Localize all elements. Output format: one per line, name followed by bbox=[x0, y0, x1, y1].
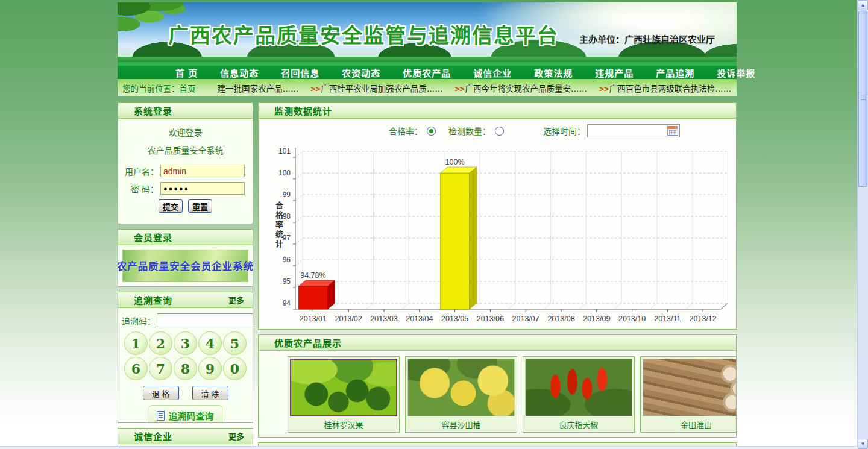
svg-text:100: 100 bbox=[278, 169, 291, 177]
nav-item-10[interactable]: 投诉举报 bbox=[717, 66, 755, 79]
trace-code-input[interactable] bbox=[157, 313, 253, 327]
svg-text:2013/10: 2013/10 bbox=[618, 315, 646, 323]
calendar-icon[interactable] bbox=[667, 126, 678, 136]
svg-text:2013/08: 2013/08 bbox=[547, 315, 574, 323]
keypad-key-4[interactable]: 4 bbox=[198, 331, 222, 355]
trace-query-more-link[interactable]: 更多 bbox=[228, 294, 244, 306]
svg-text:99: 99 bbox=[283, 190, 291, 199]
clear-button[interactable]: 清 除 bbox=[192, 386, 228, 400]
product-image-chili bbox=[525, 359, 632, 416]
password-field[interactable] bbox=[160, 182, 245, 195]
system-login-header: 系统登录 bbox=[118, 103, 253, 119]
svg-text:2013/03: 2013/03 bbox=[370, 315, 397, 323]
test-count-radio[interactable] bbox=[495, 127, 504, 136]
keypad-key-6[interactable]: 6 bbox=[124, 357, 148, 380]
date-input[interactable] bbox=[588, 125, 668, 137]
product-name: 容县沙田柚 bbox=[407, 418, 515, 430]
keypad-key-7[interactable]: 7 bbox=[149, 357, 172, 380]
system-login-panel: 系统登录 欢迎登录 农产品质量安全系统 用户名： 密 码： bbox=[118, 102, 253, 224]
product-image-yam bbox=[643, 359, 737, 416]
svg-text:2013/09: 2013/09 bbox=[583, 315, 610, 323]
site-title: 广西农产品质量安全监管与追溯信息平台 bbox=[168, 19, 559, 49]
keypad-key-3[interactable]: 3 bbox=[174, 331, 197, 355]
login-buttons-row: 提交 重置 bbox=[118, 199, 253, 213]
submit-button[interactable]: 提交 bbox=[159, 199, 183, 213]
nav-item-6[interactable]: 诚信企业 bbox=[473, 66, 512, 79]
member-login-header: 会员登录 bbox=[118, 230, 253, 245]
svg-text:100%: 100% bbox=[445, 158, 465, 166]
main-column: 监测数据统计 合格率： 检测数量： 选择时间： 合格 bbox=[258, 102, 737, 448]
trace-code-row: 追溯码： bbox=[118, 308, 253, 328]
monitor-chart: 9495969798991001012013/012013/022013/032… bbox=[262, 142, 737, 327]
svg-text:95: 95 bbox=[283, 277, 291, 286]
site-banner: 广西农产品质量安全监管与追溯信息平台 主办单位：广西壮族自治区农业厅 bbox=[118, 2, 737, 62]
trace-keypad: 1234567890 bbox=[118, 328, 253, 380]
nav-item-1[interactable]: 首 页 bbox=[175, 66, 198, 79]
ticker-news-item[interactable]: 建一批国家农产品…… bbox=[218, 82, 299, 94]
svg-text:2013/04: 2013/04 bbox=[406, 315, 433, 323]
nav-item-7[interactable]: 政策法规 bbox=[534, 66, 573, 79]
keypad-key-8[interactable]: 8 bbox=[174, 357, 197, 380]
trace-code-query-button[interactable]: 追溯码查询 bbox=[149, 405, 222, 423]
ticker-news-item[interactable]: >>广西百色市县两级联合执法检…… bbox=[599, 82, 731, 94]
nav-item-8[interactable]: 违规产品 bbox=[595, 66, 634, 79]
scroll-up-button[interactable]: ▲ bbox=[858, 0, 868, 10]
password-label: 密 码： bbox=[131, 183, 159, 195]
nav-item-2[interactable]: 信息动态 bbox=[220, 66, 259, 79]
scrollbar-thumb[interactable] bbox=[858, 11, 867, 187]
username-label: 用户名： bbox=[125, 165, 159, 177]
site-organizer: 主办单位：广西壮族自治区农业厅 bbox=[579, 33, 715, 45]
nav-item-3[interactable]: 召回信息 bbox=[281, 66, 319, 79]
ticker-news-item[interactable]: >>广西桂平农业局加强农产品质…… bbox=[311, 82, 443, 94]
product-list: 桂林罗汉果容县沙田柚良庆指天椒金田淮山 bbox=[259, 351, 736, 433]
product-card-1[interactable]: 桂林罗汉果 bbox=[288, 356, 400, 433]
keypad-key-0[interactable]: 0 bbox=[223, 357, 247, 380]
honest-enterprise-title: 诚信企业 bbox=[134, 430, 172, 442]
trace-code-label: 追溯码： bbox=[122, 315, 156, 327]
nav-item-4[interactable]: 农资动态 bbox=[342, 66, 380, 79]
page-content: 广西农产品质量安全监管与追溯信息平台 主办单位：广西壮族自治区农业厅 首 页信息… bbox=[118, 0, 737, 449]
product-image-luohanguo bbox=[290, 359, 397, 416]
sidebar: 系统登录 欢迎登录 农产品质量安全系统 用户名： 密 码： bbox=[118, 102, 253, 449]
svg-text:94: 94 bbox=[283, 299, 291, 307]
member-system-banner[interactable]: 农产品质量安全会员企业系统 bbox=[122, 250, 248, 282]
product-card-2[interactable]: 容县沙田柚 bbox=[405, 356, 517, 433]
nav-item-9[interactable]: 产品追溯 bbox=[656, 66, 694, 79]
backspace-button[interactable]: 退 格 bbox=[143, 386, 179, 400]
main-nav: 首 页信息动态召回信息农资动态优质农产品诚信企业政策法规违规产品产品追溯投诉举报 bbox=[118, 62, 737, 79]
username-field[interactable] bbox=[160, 165, 245, 177]
product-card-3[interactable]: 良庆指天椒 bbox=[523, 356, 635, 433]
pass-rate-radio[interactable] bbox=[427, 127, 436, 136]
keypad-key-2[interactable]: 2 bbox=[149, 331, 172, 355]
svg-text:2013/02: 2013/02 bbox=[335, 315, 362, 323]
nav-item-5[interactable]: 优质农产品 bbox=[403, 66, 451, 79]
product-name: 金田淮山 bbox=[643, 418, 737, 430]
member-login-panel: 会员登录 农产品质量安全会员企业系统 bbox=[118, 229, 253, 287]
svg-text:2013/05: 2013/05 bbox=[441, 315, 468, 323]
products-panel-header: 优质农产品展示 bbox=[259, 335, 736, 351]
scroll-down-button[interactable]: ▼ bbox=[858, 439, 868, 449]
pass-rate-label: 合格率： bbox=[389, 125, 423, 137]
svg-text:2013/11: 2013/11 bbox=[654, 315, 681, 323]
honest-enterprise-more-link[interactable]: 更多 bbox=[228, 430, 244, 442]
svg-text:2013/01: 2013/01 bbox=[300, 315, 327, 323]
vertical-scrollbar[interactable]: ▲ ▼ bbox=[857, 0, 868, 449]
svg-text:2013/12: 2013/12 bbox=[690, 315, 717, 323]
trace-query-title: 追溯查询 bbox=[134, 294, 172, 306]
reset-button[interactable]: 重置 bbox=[188, 199, 212, 213]
trace-keypad-actions: 退 格 清 除 bbox=[118, 386, 253, 400]
news-ticker-items: 建一批国家农产品……>>广西桂平农业局加强农产品质……>>广西今年将实现农产品质… bbox=[218, 82, 737, 94]
keypad-key-1[interactable]: 1 bbox=[124, 331, 148, 355]
product-card-4[interactable]: 金田淮山 bbox=[640, 356, 737, 433]
ticker-arrow-icon: >> bbox=[311, 84, 321, 93]
svg-text:2013/07: 2013/07 bbox=[512, 315, 539, 323]
product-image-pomelo bbox=[407, 359, 515, 416]
breadcrumb: 您的当前位置：首页 bbox=[122, 82, 196, 94]
keypad-key-9[interactable]: 9 bbox=[198, 357, 222, 380]
document-icon bbox=[157, 411, 165, 421]
content-columns: 系统登录 欢迎登录 农产品质量安全系统 用户名： 密 码： bbox=[118, 102, 737, 449]
news-ticker: 您的当前位置：首页 建一批国家农产品……>>广西桂平农业局加强农产品质……>>广… bbox=[118, 79, 737, 96]
ticker-news-item[interactable]: >>广西今年将实现农产品质量安…… bbox=[455, 82, 587, 94]
keypad-key-5[interactable]: 5 bbox=[223, 331, 247, 355]
ticker-arrow-icon: >> bbox=[455, 84, 465, 93]
